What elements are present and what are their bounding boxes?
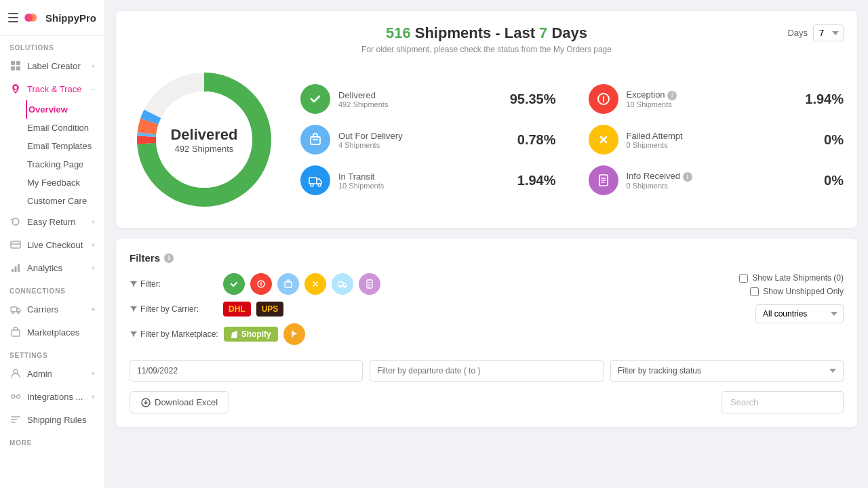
bottom-bar: Download Excel — [130, 391, 844, 413]
sidebar-item-shipping-rules[interactable]: Shipping Rules — [0, 408, 104, 431]
sidebar-item-easy-return[interactable]: Easy Return + — [0, 210, 104, 233]
sidebar-item-integrations[interactable]: Integrations ... + — [0, 385, 104, 408]
failed-name: Failed Attempt — [627, 131, 816, 141]
ofd-icon-wrap — [300, 125, 330, 155]
country-select[interactable]: All countries — [755, 304, 844, 323]
carriers-label: Carriers — [27, 304, 58, 314]
stats-grid: Delivered 492 Shipments 95.35% Exception… — [300, 84, 844, 195]
marketplace-filter-label: Filter by Marketplace: — [130, 329, 218, 339]
sidebar-item-track-trace[interactable]: Track & Trace − — [0, 77, 104, 100]
donut-label: Delivered — [170, 126, 237, 144]
svg-rect-36 — [367, 280, 372, 288]
filters-info-icon[interactable]: i — [164, 253, 174, 263]
filter-bubble-info-received[interactable] — [359, 273, 380, 295]
filter-icon-carrier — [130, 305, 138, 313]
download-excel-button[interactable]: Download Excel — [130, 391, 229, 413]
svg-rect-7 — [11, 241, 20, 248]
svg-rect-27 — [309, 178, 317, 184]
sidebar-item-email-condition[interactable]: Email Condition — [27, 119, 104, 137]
filter-bubble-transit[interactable] — [332, 273, 353, 295]
integrations-label: Integrations ... — [27, 392, 83, 402]
stat-failed-attempt: Failed Attempt 0 Shipments 0% — [589, 125, 844, 155]
svg-rect-14 — [12, 330, 20, 336]
show-unshipped-checkbox-row[interactable]: Show Unshipped Only — [750, 287, 844, 296]
download-label: Download Excel — [155, 397, 218, 407]
failed-icon-wrap — [589, 125, 618, 155]
show-late-checkbox-row[interactable]: Show Late Shipments (0) — [739, 273, 844, 283]
chart-section: Delivered 492 Shipments Delivered 492 Sh… — [130, 65, 844, 214]
expand-icon-int: + — [91, 393, 95, 401]
delivered-name: Delivered — [338, 90, 502, 100]
sidebar-item-carriers[interactable]: Carriers + — [0, 298, 104, 321]
search-input[interactable] — [722, 391, 844, 413]
donut-chart: Delivered 492 Shipments — [130, 65, 279, 214]
date-from-input[interactable] — [130, 360, 363, 382]
sidebar-item-email-templates[interactable]: Email Templates — [27, 137, 104, 155]
expand-icon: + — [91, 62, 95, 70]
stat-delivered: Delivered 492 Shipments 95.35% — [300, 84, 556, 114]
expand-icon-lc: + — [91, 241, 95, 249]
analytics-icon — [9, 262, 22, 274]
hamburger-icon[interactable] — [8, 13, 18, 22]
exception-info-icon[interactable]: i — [667, 91, 677, 100]
svg-rect-9 — [15, 266, 17, 272]
filter-bubble-exception[interactable] — [250, 273, 272, 295]
truck-icon — [338, 279, 347, 289]
title-text: Shipments - Last — [415, 24, 539, 41]
date-to-input[interactable] — [370, 360, 603, 382]
rules-icon — [9, 413, 22, 426]
donut-center-text: Delivered 492 Shipments — [170, 126, 237, 154]
show-unshipped-label: Show Unshipped Only — [763, 287, 844, 296]
ups-carrier-logo[interactable]: UPS — [256, 302, 284, 317]
cursor-icon — [288, 328, 300, 340]
shipment-count: 516 — [386, 24, 411, 41]
solutions-section-label: SOLUTIONS — [0, 36, 104, 54]
download-icon — [141, 398, 151, 407]
shop-icon — [9, 326, 22, 338]
sidebar-item-marketplaces[interactable]: Marketplaces — [0, 321, 104, 344]
file-icon — [365, 279, 374, 289]
marketplaces-label: Marketplaces — [27, 327, 79, 338]
admin-icon — [9, 367, 22, 380]
info-received-info-icon[interactable]: i — [683, 172, 692, 182]
tracking-status-select[interactable]: Filter by tracking status — [610, 360, 844, 382]
filter-bubble-ofd[interactable] — [277, 273, 299, 295]
sidebar-item-tracking-page[interactable]: Tracking Page — [27, 155, 104, 174]
svg-rect-3 — [16, 61, 20, 65]
filters-body: Filter: — [130, 273, 844, 352]
svg-point-34 — [340, 286, 341, 287]
svg-point-1 — [28, 14, 37, 22]
days-select[interactable]: 714306090 — [813, 24, 844, 41]
ofd-name: Out For Delivery — [338, 131, 509, 141]
checkout-icon — [9, 239, 22, 251]
sidebar-item-admin[interactable]: Admin + — [0, 362, 104, 385]
filter-status-row: Filter: — [130, 273, 728, 295]
stats-subtitle: For older shipment, please check the sta… — [130, 45, 844, 54]
donut-sub: 492 Shipments — [170, 144, 237, 154]
sidebar-item-my-feedback[interactable]: My Feedback — [27, 174, 104, 192]
dhl-carrier-logo[interactable]: DHL — [223, 302, 251, 317]
transit-truck-icon — [308, 173, 323, 188]
info-received-pct: 0% — [824, 173, 844, 188]
expand-icon-carriers: + — [91, 306, 95, 313]
show-late-checkbox[interactable] — [739, 274, 748, 283]
sidebar-item-label-creator[interactable]: Label Creator + — [0, 54, 104, 77]
filter-bubble-delivered[interactable] — [223, 273, 245, 295]
sidebar-item-analytics[interactable]: Analytics + — [0, 256, 104, 279]
filters-left: Filter: — [130, 273, 728, 352]
filter-bubble-failed[interactable] — [304, 273, 326, 295]
sidebar-item-live-checkout[interactable]: Live Checkout + — [0, 233, 104, 256]
grid-icon — [9, 60, 22, 72]
sidebar-item-overview[interactable]: Overview — [26, 100, 104, 119]
shopify-marketplace-logo[interactable]: Shopify — [224, 327, 278, 342]
track-trace-label: Track & Trace — [27, 84, 81, 94]
svg-rect-5 — [16, 66, 20, 70]
days-label: Days — [787, 28, 808, 38]
live-checkout-label: Live Checkout — [27, 240, 83, 250]
days-unit: Days — [551, 24, 587, 41]
marketplace-pointer-icon[interactable] — [283, 323, 305, 345]
sidebar-item-customer-care[interactable]: Customer Care — [27, 192, 104, 210]
days-select-wrap: Days 714306090 — [787, 24, 844, 41]
info-received-count: 0 Shipments — [627, 182, 816, 190]
show-unshipped-checkbox[interactable] — [750, 287, 759, 296]
